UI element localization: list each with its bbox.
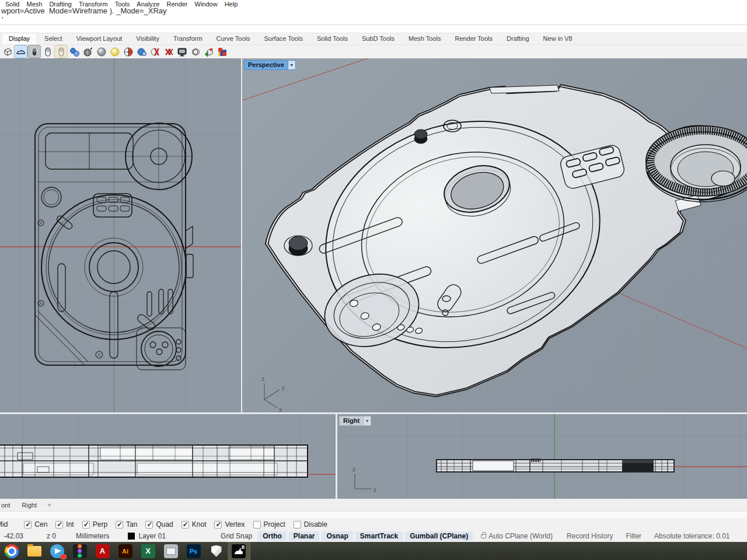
osnap-knot-label[interactable]: Knot [192,520,207,528]
osnap-disable-checkbox[interactable] [294,521,301,528]
taskbar-excel[interactable]: X [137,542,159,560]
taskbar-illustrator[interactable]: Ai [114,542,137,560]
osnap-int-label[interactable]: Int [66,520,74,528]
perspective-label-text[interactable]: Perspective [244,60,288,70]
taskbar-figma[interactable] [68,542,91,560]
sphere-red-x-icon[interactable] [149,46,161,58]
osnap-tan-checkbox[interactable] [116,521,123,528]
figma-icon [73,544,87,558]
osnap-cen-label[interactable]: Cen [34,520,47,528]
taskbar-gray-app[interactable] [159,542,182,560]
viewport-perspective[interactable]: Perspective ▼ [242,58,747,412]
planar-toggle[interactable]: Planar [289,531,320,541]
smarttrack-toggle[interactable]: SmartTrack [355,531,403,541]
cube-green-arrow-icon[interactable] [203,46,215,58]
cube-sphere-icon[interactable] [189,46,201,58]
osnap-perp-label[interactable]: Perp [93,520,107,528]
perspective-drawing: z y x [242,58,747,412]
record-history-toggle[interactable]: Record History [562,532,617,540]
osnap-quad-checkbox[interactable] [145,521,153,528]
monitor-icon[interactable] [176,46,188,58]
tab-mesh-tools[interactable]: Mesh Tools [402,33,448,44]
osnap-vertex-label[interactable]: Vertex [225,520,245,528]
viewport-front[interactable] [0,414,336,499]
tab-display[interactable]: Display [1,33,37,44]
taskbar-telegram[interactable] [46,542,68,560]
tab-visibility[interactable]: Visibility [129,33,166,44]
photoshop-icon: Ps [187,544,201,558]
tab-surface-tools[interactable]: Surface Tools [257,33,309,44]
chevron-down-icon[interactable]: ▼ [288,60,296,70]
osnap-project-label[interactable]: Project [264,520,285,528]
capsule-ghost-pressed-icon[interactable] [55,46,67,58]
osnap-perp-checkbox[interactable] [82,521,90,528]
taskbar-acrobat[interactable]: A [91,542,114,560]
linked-spheres-icon[interactable] [68,46,81,58]
sphere-pair-icon[interactable] [135,46,148,58]
osnap-cen-checkbox[interactable] [24,521,32,528]
command-area[interactable]: wport=Active Mode=Wireframe ). _Mode=_XR… [0,8,747,33]
taskbar-chrome[interactable] [0,542,23,560]
grid-snap-toggle[interactable]: Grid Snap [216,532,257,540]
axis-gizmo-right [355,474,371,489]
osnap-toggle[interactable]: Osnap [322,531,352,541]
rhino-xray-pressed-icon[interactable] [15,46,27,58]
tab-transform[interactable]: Transform [166,33,210,44]
gumball-toggle[interactable]: Gumball (CPlane) [405,531,473,541]
notification-badge [60,554,67,559]
command-prompt-line[interactable]: ' [2,15,3,24]
tab-drafting[interactable]: Drafting [500,33,536,44]
new-viewport-tab-icon[interactable]: + [43,501,56,509]
viewport-top[interactable] [0,58,241,412]
tab-solid-tools[interactable]: Solid Tools [310,33,355,44]
tab-select[interactable]: Select [37,33,69,44]
layer-color-swatch [128,533,135,540]
taskbar-defender[interactable] [205,542,228,560]
viewport-tab-right[interactable]: Right [16,502,43,509]
osnap-project-checkbox[interactable] [253,521,261,528]
tab-curve-tools[interactable]: Curve Tools [210,33,257,44]
capsule-dark-pressed-icon[interactable] [28,46,40,58]
red-x-double-icon[interactable] [162,46,174,58]
taskbar-rhino[interactable]: 8 [228,542,250,560]
taskbar-photoshop[interactable]: Ps [182,542,205,560]
filter-toggle[interactable]: Filter [621,532,646,540]
menu-help[interactable]: Help [221,0,242,8]
absolute-tolerance: Absolute tolerance: 0.01 [650,532,734,540]
osnap-disable-label[interactable]: Disable [304,520,327,528]
osnap-quad-label[interactable]: Quad [156,520,173,528]
menu-window[interactable]: Window [191,0,221,8]
tab-subd-tools[interactable]: SubD Tools [355,33,402,44]
osnap-bar: Mid Cen Int Perp Tan Quad Knot Vertex Pr… [0,519,747,530]
right-viewport-label[interactable]: Right ▼ [339,416,371,426]
tab-render-tools[interactable]: Render Tools [448,33,500,44]
capsule-light-icon[interactable] [41,46,54,58]
globe-arrow-icon[interactable] [82,46,94,58]
right-label-text[interactable]: Right [339,416,364,426]
coordinate-y: -42.03 [0,532,28,540]
gizmo-z-label: z [352,466,355,473]
ortho-toggle[interactable]: Ortho [258,531,287,541]
layer-indicator[interactable]: Layer 01 [123,532,170,540]
taskbar-file-explorer[interactable] [23,542,46,560]
osnap-mid-label[interactable]: Mid [0,520,8,528]
osnap-knot-checkbox[interactable] [181,521,189,528]
viewport-right[interactable]: Right ▼ [337,414,747,499]
osnap-tan-label[interactable]: Tan [126,520,137,528]
wireframe-cube-icon[interactable] [1,46,13,58]
tab-viewport-layout[interactable]: Viewport Layout [69,33,130,44]
units-indicator[interactable]: Millimeters [71,532,114,540]
sphere-glow-icon[interactable] [109,46,121,58]
color-grid-icon[interactable] [216,46,228,58]
osnap-int-checkbox[interactable] [55,521,63,528]
sphere-target-icon[interactable] [122,46,134,58]
tab-new-in-v8[interactable]: New in V8 [536,33,580,44]
perspective-viewport-label[interactable]: Perspective ▼ [244,60,296,70]
chevron-down-icon[interactable]: ▼ [364,416,371,426]
osnap-vertex-checkbox[interactable] [214,521,222,528]
viewport-tab-front[interactable]: ont [0,502,16,509]
auto-cplane-indicator[interactable]: Auto CPlane (World) [476,532,557,540]
rhino-app-icon: 8 [232,544,246,558]
sphere-shaded-icon[interactable] [95,46,107,58]
menu-render[interactable]: Render [163,0,191,8]
